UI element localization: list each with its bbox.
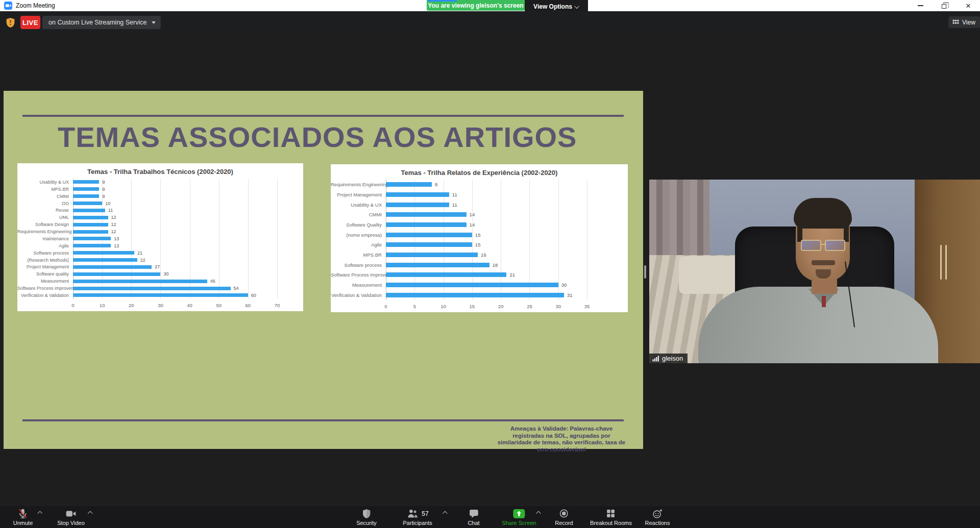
category-label: Agile [331,242,386,247]
chart-row: Software Design12 [17,222,277,227]
category-label: Measurement [17,279,73,284]
chart-row: Measurement30 [331,282,587,288]
bar [73,244,111,247]
grid-view-icon [952,19,960,26]
wardrobe-handle [940,245,942,280]
chart-row: Project Management27 [17,264,277,269]
participants-icon: 57 [406,508,428,519]
value-label: 12 [111,229,116,234]
category-label: CMMI [17,194,73,199]
panel-resize-handle[interactable] [644,265,646,279]
bar [73,251,134,255]
view-layout-button[interactable]: View [948,16,980,28]
bar [386,203,449,207]
close-button[interactable]: ✕ [960,0,977,11]
participant-video[interactable]: gleison [649,180,980,363]
chevron-up-icon[interactable] [88,511,93,516]
bar [386,293,564,297]
chart-rows: Requirements Engineering8Project Managem… [331,180,587,300]
slide-top-rule [22,115,624,117]
close-icon: ✕ [966,2,971,10]
bar [73,216,108,219]
bar [73,272,160,276]
toolbar-stop-video-button[interactable]: Stop Video [57,506,85,528]
value-label: 60 [251,293,256,298]
window-title: Zoom Meeting [16,2,55,9]
chevron-up-icon[interactable] [443,511,448,516]
reactions-label: Reactions [645,520,670,526]
category-label: CMMI [331,212,386,217]
toolbar-reactions-button[interactable]: Reactions [645,506,670,528]
bar-track: 15 [386,232,587,238]
encryption-shield-icon[interactable] [5,16,16,29]
chart-row: Requirements Engineering12 [17,229,277,234]
zoom-app-icon [4,2,12,10]
value-label: 12 [111,222,116,227]
stop-video-icon [65,508,77,519]
participant-name: gleison [662,355,683,362]
bar [386,212,467,217]
bar-track: 46 [73,279,277,284]
chart-rows: Usability & UX9MPS.BR9CMMI9OO10Reuse11UM… [17,179,277,299]
toolbar-participants-button[interactable]: 57Participants [403,506,432,528]
axis-tick: 70 [275,303,280,308]
axis-tick: 20 [498,304,504,309]
bar [386,283,558,287]
bar [73,194,99,198]
bar-track: 13 [73,236,277,241]
value-label: 16 [481,252,486,258]
chevron-up-icon[interactable] [38,511,43,516]
value-label: 30 [163,271,168,276]
axis-tick-labels: 010203040506070 [73,303,277,310]
live-stream-bar: LIVE on Custom Live Streaming Service Vi… [0,11,980,34]
minimize-button[interactable] [912,0,929,11]
bar-track: 10 [73,201,277,206]
axis-tick: 60 [246,303,251,308]
record-icon [559,508,570,519]
chevron-up-icon[interactable] [536,511,541,516]
chart-row: Project Management11 [331,192,587,197]
stop-video-label: Stop Video [57,520,85,526]
category-label: Software process [17,250,73,256]
axis-tick: 30 [158,303,163,308]
view-button-label: View [962,19,975,26]
bar-track: 22 [73,258,277,263]
bar-track: 14 [386,222,587,228]
value-label: 11 [452,202,457,208]
toolbar-chat-button[interactable]: Chat [468,506,479,528]
axis-tick: 35 [584,304,590,309]
chevron-down-icon [574,4,579,9]
toolbar-record-button[interactable]: Record [555,506,573,528]
bar-track: 27 [73,264,277,269]
value-label: 46 [210,279,215,284]
share-screen-icon [512,508,525,519]
bar-track: 8 [386,182,587,187]
bar-track: 9 [73,194,277,199]
glasses-left-lens [801,240,821,251]
category-label: Software quality [17,271,73,276]
toolbar-breakout-rooms-button[interactable]: Breakout Rooms [590,506,632,528]
toolbar-security-button[interactable]: Security [356,506,377,528]
chart-title: Temas - Trilha Trabalhos Técnicos (2002-… [17,168,303,175]
person-sideburn [844,224,849,242]
bar-track: 11 [386,192,587,197]
bar-track: 12 [73,222,277,227]
category-label: Requirements Engineering [17,229,73,234]
zoom-meeting-window: Zoom Meeting You are viewing gleison's s… [0,0,980,528]
chart-row: OO10 [17,201,277,206]
bar [386,263,489,267]
glasses-bridge [820,244,826,245]
streaming-service-dropdown[interactable]: on Custom Live Streaming Service [42,16,161,29]
bar-track: 15 [386,242,587,247]
chart-row: Agile13 [17,243,277,248]
meeting-toolbar: Leave UnmuteStop VideoSecurity57Particip… [0,506,980,528]
bar-track: 12 [73,215,277,220]
viewing-screen-banner: You are viewing gleison's screen [427,0,525,11]
restore-button[interactable] [935,0,952,11]
toolbar-share-screen-button[interactable]: Share Screen [502,506,536,528]
category-label: Usability & UX [17,180,73,185]
chart-row: UML12 [17,215,277,220]
bar [73,223,108,227]
bar [73,258,137,262]
toolbar-unmute-button[interactable]: Unmute [13,506,33,528]
